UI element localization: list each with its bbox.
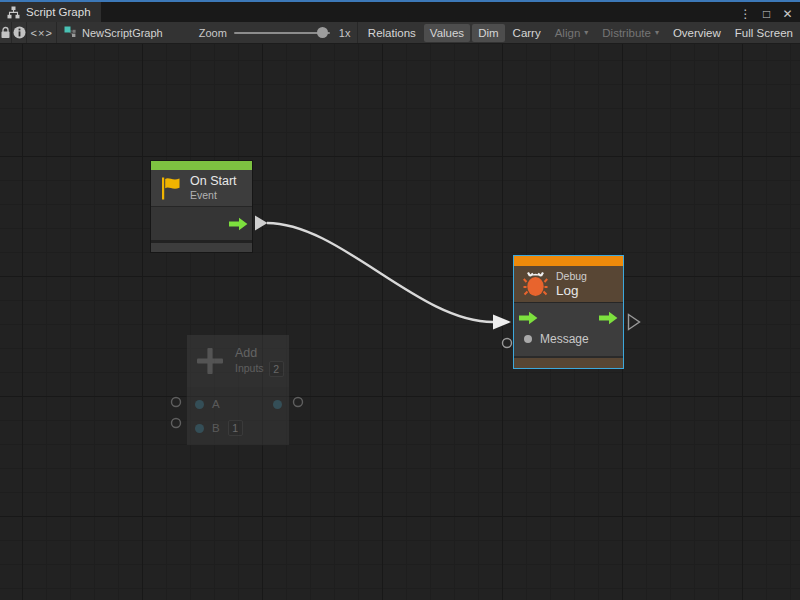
input-a-port[interactable] — [195, 400, 204, 409]
carry-button[interactable]: Carry — [507, 24, 547, 42]
add-header: Add Inputs 2 — [187, 335, 289, 387]
window-menu-icon[interactable]: ⋮ — [737, 5, 754, 23]
inputs-label: Inputs — [235, 362, 264, 375]
zoom-slider[interactable] — [234, 26, 330, 40]
connections-overlay — [0, 44, 800, 600]
exec-output-port[interactable] — [599, 311, 618, 325]
port-b-value-field[interactable]: 1 — [228, 420, 243, 436]
zoom-control: Zoom 1x — [163, 22, 351, 43]
maximize-icon[interactable]: □ — [758, 5, 775, 23]
script-graph-asset-icon — [64, 26, 77, 39]
graph-name-label: NewScriptGraph — [82, 27, 163, 39]
message-unconnected-port[interactable] — [503, 339, 512, 348]
zoom-slider-handle[interactable] — [317, 27, 328, 38]
script-graph-window: Script Graph ⋮ □ ✕ <×> — [0, 0, 800, 600]
on-start-ports — [151, 207, 252, 240]
node-title: Log — [556, 283, 587, 298]
code-preview-button[interactable]: <×> — [27, 22, 57, 43]
sum-output-port[interactable] — [273, 400, 282, 409]
add-output-unconnected-port[interactable] — [294, 398, 303, 407]
message-port-label: Message — [540, 332, 589, 346]
on-start-footer — [151, 243, 252, 252]
message-value-port[interactable] — [524, 335, 532, 343]
node-subtitle: Event — [190, 189, 237, 202]
zoom-value: 1x — [337, 27, 351, 39]
debug-log-footer — [514, 358, 623, 368]
debug-log-output-unconnected-port[interactable] — [629, 315, 640, 330]
wire-target-arrowhead — [493, 315, 511, 330]
add-ports: A B 1 — [187, 387, 289, 445]
graph-reference[interactable]: NewScriptGraph — [57, 22, 163, 43]
tab-bar: Script Graph ⋮ □ ✕ — [0, 2, 800, 22]
close-icon[interactable]: ✕ — [779, 5, 796, 23]
fullscreen-button[interactable]: Full Screen — [729, 24, 799, 42]
inputs-count-field[interactable]: 2 — [269, 361, 284, 377]
graph-toolbar: <×> NewScriptGraph Zoom 1x Relatio — [0, 22, 800, 44]
info-icon — [13, 26, 26, 39]
exec-output-port[interactable] — [229, 217, 248, 231]
tab-script-graph[interactable]: Script Graph — [0, 2, 101, 22]
distribute-dropdown[interactable]: Distribute ▾ — [596, 24, 665, 42]
overview-button[interactable]: Overview — [667, 24, 727, 42]
values-button[interactable]: Values — [424, 24, 470, 42]
exec-connection-wire[interactable] — [267, 223, 493, 322]
relations-button[interactable]: Relations — [362, 24, 422, 42]
debug-color-bar — [514, 256, 623, 266]
debug-log-ports: Message — [514, 303, 623, 356]
window-controls: ⋮ □ ✕ — [737, 4, 796, 24]
node-title: Add — [235, 346, 284, 361]
on-start-header: On Start Event — [151, 170, 252, 207]
wire-source-arrowhead — [255, 216, 268, 231]
chevron-down-icon: ▾ — [655, 28, 659, 37]
port-a-label: A — [212, 398, 220, 410]
zoom-slider-track[interactable] — [234, 32, 330, 34]
tab-title: Script Graph — [26, 6, 91, 18]
add-input-a-unconnected-port[interactable] — [172, 398, 181, 407]
add-input-b-unconnected-port[interactable] — [172, 419, 181, 428]
node-add[interactable]: Add Inputs 2 A B 1 — [186, 334, 290, 446]
node-category: Debug — [556, 270, 587, 283]
input-b-port[interactable] — [195, 424, 204, 433]
graph-hierarchy-icon — [7, 6, 20, 19]
event-color-bar — [151, 161, 252, 170]
plus-icon — [194, 345, 226, 377]
node-on-start[interactable]: On Start Event — [150, 160, 253, 253]
bug-icon — [523, 270, 548, 298]
debug-log-header: Debug Log — [514, 266, 623, 303]
inspect-button[interactable] — [12, 22, 27, 43]
lock-icon — [0, 26, 11, 39]
exec-input-port[interactable] — [519, 311, 538, 325]
flag-icon — [160, 176, 182, 201]
node-debug-log[interactable]: Debug Log — [513, 255, 624, 369]
zoom-label: Zoom — [199, 27, 227, 39]
align-dropdown[interactable]: Align ▾ — [549, 24, 595, 42]
port-b-label: B — [212, 422, 220, 434]
chevron-down-icon: ▾ — [584, 28, 588, 37]
dim-button[interactable]: Dim — [472, 24, 504, 42]
lock-button[interactable] — [0, 22, 12, 43]
node-title: On Start — [190, 174, 237, 189]
graph-canvas[interactable]: On Start Event — [0, 44, 800, 600]
toolbar-buttons: Relations Values Dim Carry Align ▾ Distr… — [358, 22, 800, 43]
